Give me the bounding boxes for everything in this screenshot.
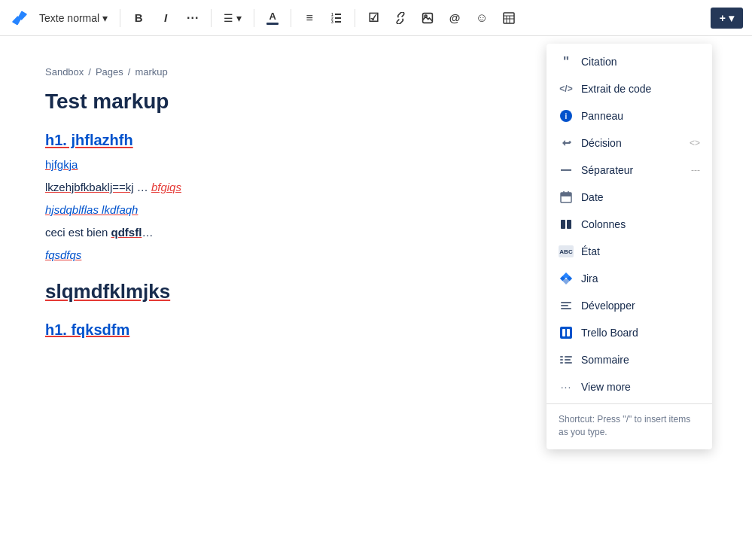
table-button[interactable] [497,6,521,30]
date-label: Date [581,191,700,203]
link-button[interactable] [388,6,413,30]
italic-hjsdq: hjsdqblflas lkdfaqh [45,203,138,216]
color-swatch: A [266,11,279,25]
menu-item-citation[interactable]: " Citation [546,48,712,75]
task-button[interactable]: ☑ [361,6,385,30]
insert-plus-button[interactable]: + ▾ [711,8,743,29]
menu-item-more[interactable]: ··· View more [546,373,712,400]
heading-1: h1. jhflazhfh [45,132,133,148]
text-qdfsfl: qdfsfl [111,226,142,239]
svg-rect-14 [561,193,571,196]
main-area: Sandbox / Pages / markup Test markup h1.… [0,36,752,560]
columns-label: Colonnes [581,218,700,230]
bullet-list-button[interactable]: ≡ [297,6,321,30]
separator-icon [559,163,574,178]
jira-label: Jira [581,272,700,285]
toc-label: Sommaire [581,354,700,366]
text-ceci: ceci est bien [45,226,111,239]
citation-label: Citation [581,56,700,68]
decision-label: Décision [581,137,682,149]
decision-icon [559,135,574,151]
code-label: Extrait de code [581,83,700,95]
text-style-label: Texte normal [39,12,99,24]
menu-item-columns[interactable]: Colonnes [546,211,712,238]
align-select[interactable]: ☰ ▾ [218,9,248,27]
divider-5 [355,9,355,27]
breadcrumb-current[interactable]: markup [135,66,167,78]
italic-button[interactable]: I [154,6,178,30]
text-lkze: lkzehjbfkbaklj==kj … bfgiqs [45,181,181,193]
svg-rect-1 [335,17,341,19]
svg-rect-2 [335,21,341,23]
jira-icon [559,271,574,286]
mention-button[interactable]: @ [443,6,467,30]
heading-large: slqmdfklmjks [45,280,170,303]
status-label: État [581,245,700,257]
develop-icon [559,298,574,313]
align-chevron: ▾ [236,12,242,24]
svg-text:3: 3 [331,20,333,24]
menu-item-decision[interactable]: Décision <> [546,129,712,157]
divider-3 [254,9,254,27]
menu-item-code[interactable]: </> Extrait de code [546,75,712,102]
trello-label: Trello Board [581,327,700,339]
menu-item-toc[interactable]: Sommaire [546,346,712,373]
color-button[interactable]: A [260,6,285,30]
breadcrumb-sep2: / [128,66,131,78]
italic-fqsdfqs: fqsdfqs [45,248,81,261]
numbered-list-button[interactable]: 123 [324,6,349,30]
info-icon: i [559,108,574,123]
separator-shortcut: --- [691,165,700,175]
panel-label: Panneau [581,110,700,122]
toc-icon [559,352,574,367]
svg-rect-0 [335,14,341,15]
menu-footer-divider [546,403,712,404]
menu-item-develop[interactable]: Développer [546,292,712,319]
status-icon: ABC [559,244,574,259]
date-icon [559,190,574,205]
menu-item-trello[interactable]: Trello Board [546,319,712,346]
breadcrumb-sandbox[interactable]: Sandbox [45,66,84,78]
menu-footer: Shortcut: Press "/" to insert items as y… [546,407,712,445]
code-icon: </> [559,81,574,96]
breadcrumb-pages[interactable]: Pages [96,66,123,78]
more-format-button[interactable]: ··· [181,6,205,30]
decision-shortcut: <> [690,138,700,148]
text-style-select[interactable]: Texte normal ▾ [33,9,114,27]
emoji-button[interactable]: ☺ [470,6,494,30]
text-style-chevron: ▾ [102,12,108,24]
menu-item-panel[interactable]: i Panneau [546,102,712,129]
menu-item-date[interactable]: Date [546,184,712,211]
menu-item-jira[interactable]: Jira [546,265,712,292]
more-icon: ··· [559,379,574,394]
quote-icon: " [559,54,574,69]
confluence-logo[interactable] [9,8,30,29]
trello-icon [559,325,574,340]
develop-label: Développer [581,300,700,312]
menu-item-status[interactable]: ABC État [546,238,712,265]
divider-4 [291,9,291,27]
menu-item-separator[interactable]: Séparateur --- [546,157,712,184]
image-button[interactable] [416,6,440,30]
separator-label: Séparateur [581,164,683,176]
align-icon: ☰ [224,12,233,24]
breadcrumb-sep1: / [88,66,91,78]
text-suffix: … [142,226,153,239]
heading-bottom: h1. fqksdfm [45,321,129,338]
more-label: View more [581,381,700,393]
bold-button[interactable]: B [126,6,151,30]
divider-2 [211,9,212,27]
insert-dropdown-menu: " Citation </> Extrait de code i Panneau [546,44,712,449]
plus-label: + [720,12,726,24]
divider-1 [120,9,120,27]
plus-chevron: ▾ [729,12,734,24]
link-hjfgkja[interactable]: hjfgkja [45,158,78,171]
svg-rect-8 [504,13,514,23]
columns-icon [559,217,574,232]
toolbar: Texte normal ▾ B I ··· ☰ ▾ A ≡ 123 ☑ @ ☺ [0,0,752,36]
